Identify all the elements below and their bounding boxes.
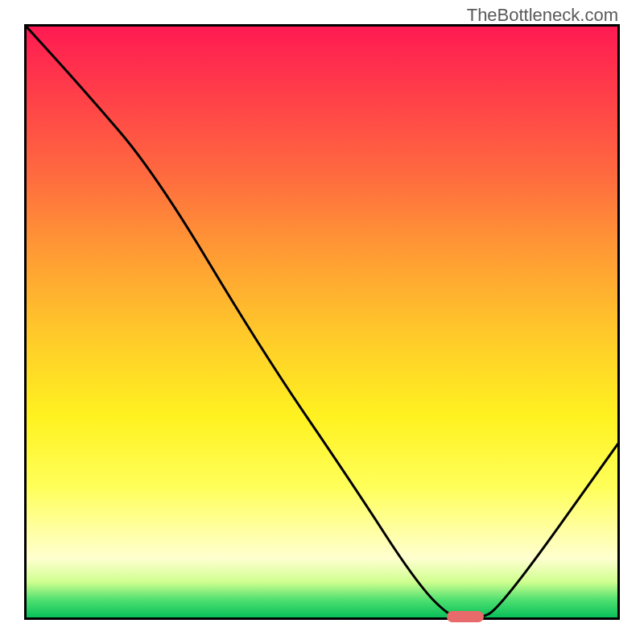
watermark-text: TheBottleneck.com xyxy=(467,5,618,26)
optimal-range-marker xyxy=(447,611,484,622)
bottleneck-curve xyxy=(24,24,620,620)
chart-frame: TheBottleneck.com xyxy=(0,0,644,644)
